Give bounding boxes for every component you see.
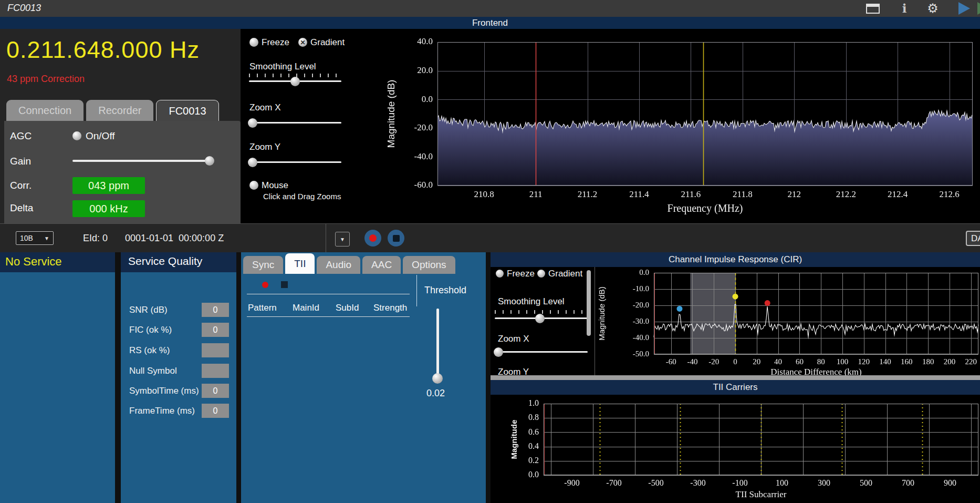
snr-label: SNR (dB) (129, 305, 168, 315)
tab-fc0013[interactable]: FC0013 (156, 100, 218, 121)
zoom-y-slider-track[interactable] (249, 161, 341, 163)
snr-value: 0 (202, 303, 229, 317)
threshold-label: Threshold (424, 285, 466, 296)
agc-label: AGC (10, 130, 32, 142)
tab-recorder[interactable]: Recorder (86, 100, 153, 121)
tii-threshold-separator (416, 275, 417, 306)
cir-scrollbar-vertical[interactable] (587, 270, 591, 336)
tii-carriers-title: TII Carriers (713, 382, 758, 392)
device-panel: 0.211.648.000 Hz 43 ppm Correction Conne… (0, 29, 241, 223)
detail-panel: Sync TII Audio AAC Options Pattern MainI… (241, 252, 486, 503)
cir-gradient-radio[interactable] (537, 270, 545, 278)
tab-audio[interactable]: Audio (317, 256, 360, 274)
ensemble-id-label: EId: 0 (83, 233, 108, 244)
window-icon-glyph (866, 4, 880, 14)
freeze-label: Freeze (262, 37, 289, 48)
detail-tabs: Sync TII Audio AAC Options (243, 253, 455, 274)
info-icon[interactable]: ℹ (897, 2, 912, 15)
cir-zoom-x-slider-knob[interactable] (494, 347, 503, 357)
frontend-spectrum-chart[interactable] (347, 29, 980, 223)
frametime-value: 0 (202, 404, 229, 418)
record-icon (369, 234, 377, 242)
gain-slider-track[interactable] (72, 160, 213, 162)
freeze-radio[interactable] (249, 38, 258, 47)
device-tabs: Connection Recorder FC0013 (6, 100, 219, 121)
stop-button[interactable] (388, 230, 404, 247)
play-secondary-triangle (977, 2, 980, 15)
gain-slider-knob[interactable] (205, 156, 214, 166)
mouse-label: Mouse (262, 180, 288, 191)
zoom-x-label: Zoom X (249, 102, 281, 113)
mouse-radio[interactable] (249, 181, 258, 190)
tii-header-underline (247, 316, 410, 317)
settings-gear-icon[interactable]: ⚙ (925, 2, 940, 15)
symboltime-value: 0 (202, 384, 229, 398)
rs-label: RS (ok %) (129, 345, 170, 356)
smoothing-label: Smoothing Level (249, 61, 316, 72)
recorder-dropdown-button[interactable]: ▼ (335, 232, 350, 247)
tab-aac[interactable]: AAC (362, 256, 401, 274)
service-quality-title: Service Quality (128, 255, 202, 268)
frametime-label: FrameTime (ms) (129, 406, 195, 416)
panel-divider (115, 252, 121, 503)
zoom-x-slider-track[interactable] (249, 122, 341, 124)
cir-scrollbar-horizontal[interactable] (491, 375, 980, 380)
null-symbol-value (202, 364, 229, 378)
panel-divider (486, 252, 491, 503)
play-secondary-icon[interactable] (976, 2, 980, 15)
cir-chart[interactable] (596, 267, 980, 375)
corr-label: Corr. (10, 180, 32, 191)
play-triangle (958, 2, 970, 15)
tii-divider (247, 294, 410, 294)
dab-mode-button[interactable]: DAB (966, 231, 980, 246)
cir-zoom-x-label: Zoom X (498, 334, 529, 344)
cir-smoothing-slider-knob[interactable] (535, 314, 545, 323)
window-title: FC0013 (7, 3, 41, 14)
threshold-value: 0.02 (426, 388, 445, 399)
cir-freeze-radio[interactable] (496, 270, 504, 278)
channel-value: 10B (20, 234, 33, 242)
cir-chart-separator (595, 267, 595, 375)
tii-record-indicator-icon[interactable] (262, 282, 268, 288)
service-list[interactable] (0, 272, 115, 503)
threshold-slider-track[interactable] (436, 309, 439, 378)
cir-zoom-y-label: Zoom Y (498, 367, 529, 375)
cir-controls: Freeze Gradient Smoothing Level Zoom X Z… (491, 267, 596, 375)
cir-freeze-label: Freeze (507, 269, 535, 279)
frequency-display: 0.211.648.000 Hz (6, 36, 200, 64)
mouse-hint: Click and Drag Zooms (263, 192, 341, 201)
channel-select[interactable]: 10B ▼ (16, 231, 54, 245)
symboltime-label: SymbolTime (ms) (129, 386, 199, 396)
tii-carriers-chart[interactable] (491, 395, 980, 503)
record-button[interactable] (364, 230, 381, 247)
gain-label: Gain (10, 156, 31, 167)
tii-col-strength: Strength (373, 303, 407, 313)
tab-tii[interactable]: TII (285, 253, 315, 274)
gradient-label: Gradient (310, 37, 345, 48)
zoom-y-slider-knob[interactable] (248, 158, 257, 167)
gradient-checkbox[interactable]: ✕ (298, 38, 307, 47)
tab-sync[interactable]: Sync (243, 256, 283, 274)
agc-radio[interactable] (72, 131, 81, 140)
chevron-down-icon: ▼ (340, 237, 345, 242)
tab-options[interactable]: Options (403, 256, 455, 274)
frontend-title: Frontend (472, 18, 508, 28)
service-quality-panel: SNR (dB) 0 FIC (ok %) 0 RS (ok %) Null S… (121, 272, 236, 503)
threshold-slider-knob[interactable] (432, 373, 443, 384)
smoothing-slider-knob[interactable] (290, 77, 300, 86)
tii-carriers-panel (491, 395, 980, 503)
cir-zoom-x-slider-track[interactable] (495, 351, 588, 353)
zoom-x-slider-knob[interactable] (248, 118, 257, 128)
tii-stop-indicator-icon[interactable] (281, 281, 288, 288)
delta-label: Delta (10, 202, 33, 214)
window-icon[interactable] (866, 2, 880, 15)
rs-value (202, 343, 229, 357)
device-tab-body: AGC On/Off Gain Corr. 043 ppm Delta 000 … (4, 121, 241, 223)
toolbar-separator (326, 224, 326, 253)
play-icon[interactable] (957, 2, 972, 15)
datetime-label: 0001-01-01 00:00:00 Z (125, 233, 224, 244)
tii-col-mainid: MainId (293, 303, 319, 313)
tab-connection[interactable]: Connection (6, 100, 84, 121)
fic-label: FIC (ok %) (129, 325, 172, 335)
tii-col-pattern: Pattern (248, 303, 277, 313)
